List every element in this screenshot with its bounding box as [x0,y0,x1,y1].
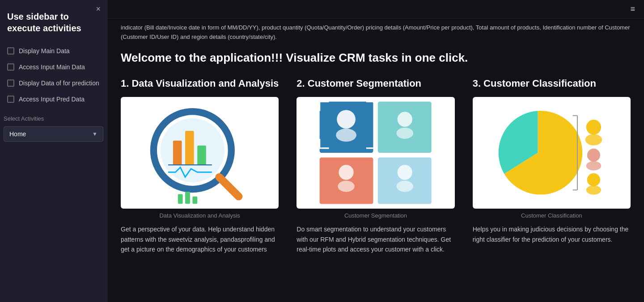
sidebar-item-display-main-data[interactable]: Display Main Data [4,43,103,59]
svg-point-14 [398,112,412,127]
svg-point-15 [397,128,414,139]
feature-customer-class: 3. Customer Classification [473,77,631,244]
svg-point-30 [586,185,601,195]
sidebar-label-display-data-prediction: Display Data of for prediction [19,80,99,87]
sidebar-select-value: Home [9,130,26,138]
sidebar-label-access-input-main-data: Access Input Main Data [19,63,85,71]
main-content-area: ≡ indicator (Bill date/Invoice date in f… [107,0,644,302]
svg-point-18 [338,181,355,192]
sidebar-close-button[interactable]: × [96,4,101,14]
sidebar-label-access-input-pred-data: Access Input Pred Data [19,96,85,103]
svg-point-27 [587,149,600,162]
svg-rect-3 [185,131,194,165]
chevron-down-icon: ▼ [92,131,97,137]
feature-title-customer-class: 3. Customer Classification [473,77,631,90]
svg-point-21 [397,181,414,192]
feature-customer-seg: 2. Customer Segmentation [297,77,454,255]
svg-point-29 [587,173,600,186]
feature-caption-data-viz: Data Visualization and Analysis [121,212,279,219]
svg-rect-13 [378,102,432,153]
svg-point-26 [585,134,602,146]
feature-image-customer-seg [297,97,454,209]
svg-rect-19 [378,158,432,204]
sidebar-section-label: Select Activities [0,107,107,125]
svg-point-17 [339,165,354,180]
svg-point-11 [337,110,356,129]
feature-title-data-viz: 1. Data Visualization and Analysis [121,77,279,90]
customer-class-illustration [473,97,631,209]
feature-data-viz: 1. Data Visualization and Analysis [121,77,279,255]
svg-rect-2 [173,141,182,165]
svg-rect-8 [185,192,190,204]
svg-rect-7 [178,194,183,204]
svg-line-6 [219,177,238,197]
sidebar-item-access-input-pred-data[interactable]: Access Input Pred Data [4,91,103,107]
svg-rect-9 [192,197,197,204]
sidebar-navigation: Display Main Data Access Input Main Data… [0,43,107,107]
svg-rect-4 [197,146,206,165]
svg-point-12 [336,129,356,142]
svg-point-28 [586,161,601,171]
sidebar-item-display-data-prediction[interactable]: Display Data of for prediction [4,75,103,91]
sidebar-item-access-input-main-data[interactable]: Access Input Main Data [4,59,103,75]
svg-point-25 [586,120,601,134]
feature-caption-customer-seg: Customer Segmentation [297,212,454,219]
sidebar-title: Use sidebar to execute activities [0,7,107,43]
checkbox-display-main-data[interactable] [7,47,14,55]
feature-title-customer-seg: 2. Customer Segmentation [297,77,454,90]
welcome-title: Welcome to the application!!! Visualize … [121,51,631,65]
feature-desc-customer-seg: Do smart segmentation to understand your… [297,224,454,254]
feature-desc-data-viz: Get a perspective of your data. Help und… [121,224,279,254]
svg-rect-16 [320,158,373,204]
feature-caption-customer-class: Customer Classification [473,212,631,219]
sidebar-label-display-main-data: Display Main Data [19,47,70,55]
checkbox-access-input-main-data[interactable] [7,63,14,71]
hamburger-menu-button[interactable]: ≡ [630,4,635,14]
sidebar-select-dropdown[interactable]: Home ▼ [4,126,103,142]
data-viz-illustration [121,97,279,209]
feature-image-data-viz [121,97,279,209]
feature-desc-customer-class: Helps you in making judicious decisions … [473,224,631,244]
top-bar: ≡ [107,0,644,19]
feature-image-customer-class [473,97,631,209]
checkbox-access-input-pred-data[interactable] [7,96,14,103]
customer-seg-illustration [297,97,454,209]
main-content: indicator (Bill date/Invoice date in for… [107,19,644,268]
intro-text: indicator (Bill date/Invoice date in for… [121,23,631,42]
checkbox-display-data-prediction[interactable] [7,80,14,87]
features-row: 1. Data Visualization and Analysis [121,77,631,255]
sidebar: × Use sidebar to execute activities Disp… [0,0,107,302]
svg-point-20 [398,165,412,180]
